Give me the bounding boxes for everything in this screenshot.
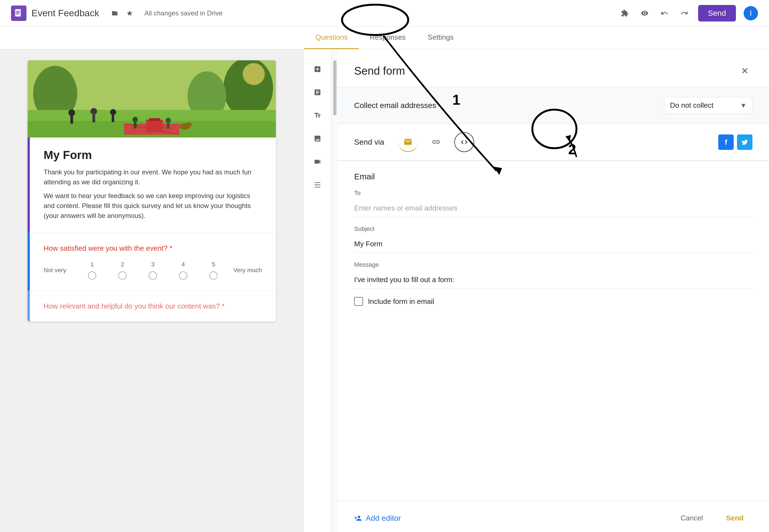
subject-input[interactable] [354,235,752,253]
import-btn[interactable] [309,83,326,101]
collect-option-label: Do not collect [670,101,714,110]
collect-email-label: Collect email addresses [354,101,436,110]
svg-point-26 [186,122,192,127]
include-form-row: Include form in email [354,297,752,306]
radio-4[interactable] [179,271,187,280]
app-title: Event Feedback [31,8,99,18]
send-via-embed-btn[interactable] [454,132,474,152]
radio-2[interactable] [118,271,126,280]
rating-low-label: Not very [44,267,82,274]
send-panel-header: Send form ✕ [338,49,769,87]
svg-point-21 [132,117,138,122]
redo-icon-btn[interactable] [678,7,690,19]
svg-point-10 [68,109,75,116]
tab-settings[interactable]: Settings [417,26,465,49]
rating-num-1: 1 [90,261,94,268]
add-section-btn[interactable] [309,176,326,194]
message-field-group: Message [354,261,752,289]
collect-email-row: Collect email addresses Do not collect ▼ [338,87,769,124]
rating-col-2: 2 [118,261,126,280]
send-via-label: Send via [354,138,384,147]
add-editor-button[interactable]: Add editor [354,514,401,523]
rating-col-1: 1 [88,261,96,280]
subject-label: Subject [354,225,752,233]
cancel-button[interactable]: Cancel [672,509,712,527]
include-form-checkbox[interactable] [354,297,363,306]
tab-responses[interactable]: Responses [359,26,417,49]
form-desc1: Thank you for participating in our event… [44,167,262,187]
scrollbar-area [331,49,338,532]
rating-col-3: 3 [149,261,157,280]
rating-num-3: 3 [151,261,154,268]
radio-3[interactable] [149,271,157,280]
email-section-title: Email [354,172,752,181]
svg-rect-19 [146,120,163,132]
collect-dropdown[interactable]: Do not collect ▼ [664,97,752,114]
topbar: Event Feedback All changes saved in Driv… [0,0,769,26]
send-via-link-btn[interactable] [426,132,446,152]
svg-rect-20 [149,118,160,121]
rating-num-2: 2 [121,261,124,268]
send-panel-title: Send form [354,65,405,77]
add-video-btn[interactable] [309,153,326,171]
question-1-title: How satisfied were you with the event? * [44,244,262,253]
form-title: My Form [44,148,262,162]
undo-icon-btn[interactable] [658,7,671,19]
form-canvas: My Form Thank you for participating in o… [28,60,276,322]
form-header-image [28,60,276,137]
svg-rect-11 [70,115,73,124]
email-form: Email To Subject Message Include form in… [338,161,769,501]
addon-icon-btn[interactable] [619,7,631,19]
send-panel: Send form ✕ Collect email addresses Do n… [338,49,769,532]
rating-col-4: 4 [179,261,187,280]
svg-point-23 [165,118,171,123]
question-2-title: How relevant and helpful do you think ou… [44,302,262,310]
footer-send-button[interactable]: Send [717,509,752,527]
send-via-email-btn[interactable] [398,132,418,152]
app-icon [11,6,26,21]
include-form-label: Include form in email [368,297,434,306]
add-question-btn[interactable] [309,60,326,78]
send-button[interactable]: Send [698,5,736,21]
saved-status: All changes saved in Drive [144,9,223,17]
user-avatar[interactable]: I [744,6,758,20]
topbar-left: Event Feedback All changes saved in Driv… [11,6,223,21]
right-toolbar [303,49,331,532]
radio-5[interactable] [210,271,218,280]
svg-point-14 [110,109,116,115]
star-icon-btn[interactable] [123,7,136,19]
message-label: Message [354,261,752,268]
svg-point-27 [243,63,265,85]
svg-rect-13 [92,115,95,122]
add-image-btn[interactable] [309,130,326,147]
rating-col-5: 5 [210,261,218,280]
close-panel-button[interactable]: ✕ [737,63,752,79]
svg-rect-3 [16,13,19,14]
add-title-btn[interactable] [309,107,326,124]
tab-questions[interactable]: Questions [304,26,359,49]
rating-num-5: 5 [212,261,215,268]
svg-point-12 [90,108,97,115]
radio-1[interactable] [88,271,96,280]
svg-rect-2 [16,12,20,13]
tabs-bar: Questions Responses Settings [0,26,769,49]
social-icons: f [718,134,752,150]
form-desc2: We want to hear your feedback so we can … [44,191,262,221]
to-label: To [354,190,752,197]
topbar-right: Send I [619,5,758,21]
preview-icon-btn[interactable] [639,7,651,19]
rating-numbers: 1 2 3 4 [82,261,224,280]
to-field-group: To [354,190,752,217]
question-card-2: How relevant and helpful do you think ou… [28,291,276,322]
topbar-icons [109,7,136,19]
dropdown-arrow-icon: ▼ [740,102,747,109]
twitter-icon[interactable] [737,134,752,150]
facebook-icon[interactable]: f [718,134,734,150]
rating-row: Not very 1 2 3 [44,261,262,280]
folder-icon-btn[interactable] [109,7,121,19]
message-input[interactable] [354,271,752,289]
send-via-row: Send via f [338,124,769,161]
to-input[interactable] [354,199,752,217]
svg-rect-15 [112,115,114,122]
scrollbar-thumb[interactable] [333,60,337,115]
